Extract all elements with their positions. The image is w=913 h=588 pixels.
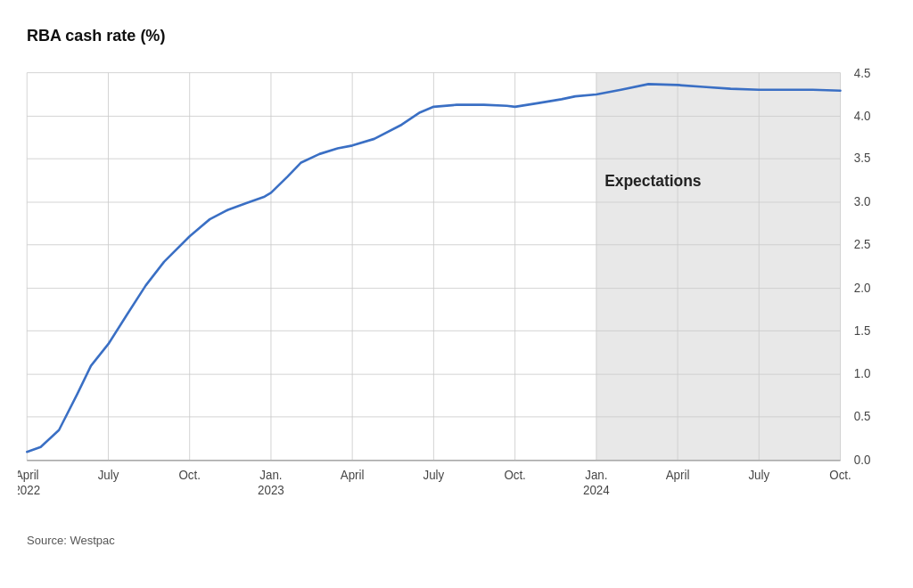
ylabel-35: 3.5 xyxy=(854,151,871,165)
source-text: Source: Westpac xyxy=(18,534,895,547)
chart-title: RBA cash rate (%) xyxy=(18,27,895,45)
xlabel-0-line1: April xyxy=(18,469,39,482)
xlabel-6: Oct. xyxy=(504,469,525,482)
xlabel-1: July xyxy=(98,469,119,482)
expectations-label: Expectations xyxy=(605,172,701,190)
xlabel-7-line1: Jan. xyxy=(585,469,607,482)
main-chart-svg: 0.0 0.5 1.0 1.5 2.0 2.5 3.0 3.5 4.0 4.5 … xyxy=(18,63,895,527)
ylabel-4: 4.0 xyxy=(854,109,871,122)
xlabel-3-line2: 2023 xyxy=(258,484,284,497)
ylabel-2: 2.0 xyxy=(854,282,871,295)
xlabel-7-line2: 2024 xyxy=(583,484,610,497)
ylabel-0: 0.0 xyxy=(854,453,871,467)
xlabel-3-line1: Jan. xyxy=(259,469,282,482)
xlabel-9: July xyxy=(748,469,769,482)
ylabel-45: 4.5 xyxy=(854,67,871,80)
expectations-region xyxy=(596,73,841,461)
ylabel-1: 1.0 xyxy=(854,367,871,380)
chart-area: 0.0 0.5 1.0 1.5 2.0 2.5 3.0 3.5 4.0 4.5 … xyxy=(18,63,895,527)
xlabel-10: Oct. xyxy=(829,469,851,482)
xlabel-5: July xyxy=(424,469,445,482)
xlabel-4: April xyxy=(341,469,365,482)
chart-container: RBA cash rate (%) xyxy=(0,0,913,588)
xlabel-0-line2: 2022 xyxy=(18,484,40,497)
ylabel-25: 2.5 xyxy=(854,238,871,251)
ylabel-3: 3.0 xyxy=(854,195,871,208)
xlabel-8: April xyxy=(666,469,690,482)
ylabel-15: 1.5 xyxy=(854,323,871,337)
ylabel-05: 0.5 xyxy=(854,410,871,423)
xlabel-2: Oct. xyxy=(178,469,200,482)
